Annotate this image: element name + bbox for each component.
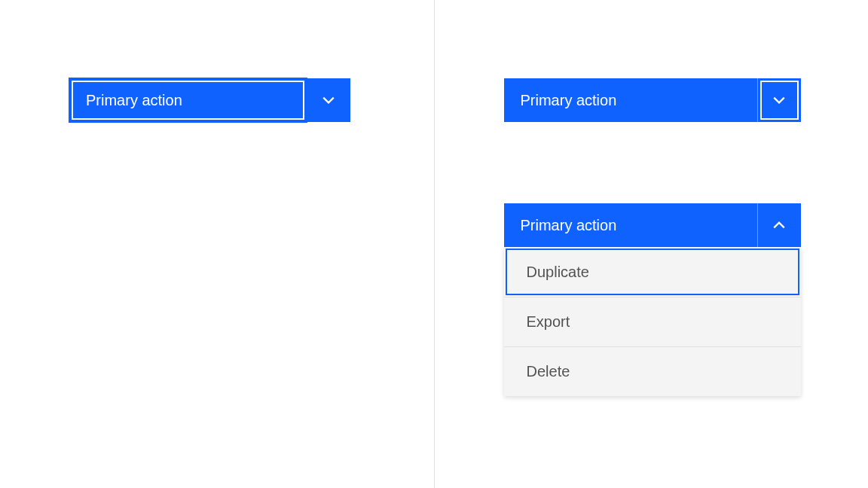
right-pane: Primary action Primary action	[435, 0, 869, 488]
primary-action-label: Primary action	[521, 217, 617, 234]
left-pane: Primary action	[0, 0, 434, 488]
menu-item-label: Duplicate	[527, 264, 589, 281]
chevron-down-icon	[322, 93, 335, 107]
primary-action-button[interactable]: Primary action	[69, 78, 307, 122]
menu-item-delete[interactable]: Delete	[504, 346, 801, 396]
menu-item-export[interactable]: Export	[504, 297, 801, 346]
menu-trigger-button[interactable]	[307, 78, 350, 122]
menu-item-duplicate[interactable]: Duplicate	[504, 247, 801, 297]
dropdown-menu: Duplicate Export Delete	[504, 247, 801, 396]
menu-trigger-button[interactable]	[757, 78, 801, 122]
split-button: Primary action	[504, 203, 801, 247]
menu-item-label: Export	[527, 313, 570, 331]
split-button: Primary action	[69, 78, 350, 122]
chevron-down-icon	[772, 93, 786, 107]
primary-action-button[interactable]: Primary action	[504, 78, 757, 122]
primary-action-label: Primary action	[86, 92, 182, 109]
menu-item-label: Delete	[527, 363, 570, 380]
chevron-up-icon	[772, 218, 786, 232]
split-button: Primary action	[504, 78, 801, 122]
menu-trigger-button[interactable]	[757, 203, 801, 247]
split-button-open: Primary action Duplicate Export Delete	[504, 203, 801, 396]
primary-action-button[interactable]: Primary action	[504, 203, 757, 247]
primary-action-label: Primary action	[521, 92, 617, 109]
